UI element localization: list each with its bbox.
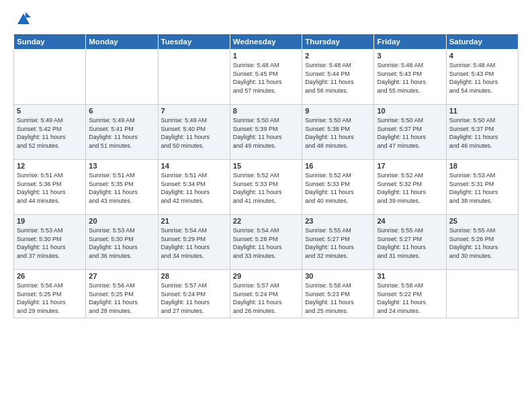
day-number: 30 (305, 272, 371, 280)
calendar-week-row: 12Sunrise: 5:51 AM Sunset: 5:36 PM Dayli… (14, 160, 519, 215)
day-number: 22 (233, 217, 299, 225)
day-number: 10 (377, 107, 443, 115)
day-number: 6 (89, 107, 154, 115)
col-header-tuesday: Tuesday (158, 34, 230, 50)
cell-info: Sunrise: 5:54 AM Sunset: 5:29 PM Dayligh… (161, 226, 227, 260)
day-number: 17 (377, 162, 443, 170)
cell-info: Sunrise: 5:52 AM Sunset: 5:33 PM Dayligh… (233, 171, 299, 205)
cell-info: Sunrise: 5:57 AM Sunset: 5:24 PM Dayligh… (161, 281, 227, 315)
day-number: 23 (305, 217, 371, 225)
calendar-cell: 2Sunrise: 5:48 AM Sunset: 5:44 PM Daylig… (302, 50, 374, 105)
logo-icon (16, 12, 31, 27)
calendar-week-row: 1Sunrise: 5:48 AM Sunset: 5:45 PM Daylig… (14, 50, 519, 105)
day-number: 3 (377, 52, 443, 60)
cell-info: Sunrise: 5:50 AM Sunset: 5:38 PM Dayligh… (305, 116, 371, 150)
calendar-cell: 29Sunrise: 5:57 AM Sunset: 5:24 PM Dayli… (230, 270, 302, 318)
cell-info: Sunrise: 5:52 AM Sunset: 5:32 PM Dayligh… (377, 171, 443, 205)
calendar-cell: 12Sunrise: 5:51 AM Sunset: 5:36 PM Dayli… (14, 160, 86, 215)
calendar-cell: 11Sunrise: 5:50 AM Sunset: 5:37 PM Dayli… (446, 105, 518, 160)
calendar-cell: 1Sunrise: 5:48 AM Sunset: 5:45 PM Daylig… (230, 50, 302, 105)
cell-info: Sunrise: 5:49 AM Sunset: 5:41 PM Dayligh… (89, 116, 154, 150)
logo (13, 12, 31, 27)
day-number: 9 (305, 107, 371, 115)
cell-info: Sunrise: 5:56 AM Sunset: 5:25 PM Dayligh… (17, 281, 83, 315)
svg-marker-1 (26, 12, 31, 17)
calendar-cell: 26Sunrise: 5:56 AM Sunset: 5:25 PM Dayli… (14, 270, 86, 318)
calendar-week-row: 5Sunrise: 5:49 AM Sunset: 5:42 PM Daylig… (14, 105, 519, 160)
day-number: 5 (17, 107, 83, 115)
calendar-cell: 25Sunrise: 5:55 AM Sunset: 5:26 PM Dayli… (446, 215, 518, 270)
cell-info: Sunrise: 5:58 AM Sunset: 5:22 PM Dayligh… (377, 281, 443, 315)
day-number: 15 (233, 162, 299, 170)
calendar-cell: 22Sunrise: 5:54 AM Sunset: 5:28 PM Dayli… (230, 215, 302, 270)
col-header-sunday: Sunday (14, 34, 86, 50)
day-number: 16 (305, 162, 371, 170)
day-number: 7 (161, 107, 227, 115)
calendar-cell: 16Sunrise: 5:52 AM Sunset: 5:33 PM Dayli… (302, 160, 374, 215)
day-number: 12 (17, 162, 83, 170)
calendar-week-row: 26Sunrise: 5:56 AM Sunset: 5:25 PM Dayli… (14, 270, 519, 318)
calendar-cell: 13Sunrise: 5:51 AM Sunset: 5:35 PM Dayli… (86, 160, 158, 215)
calendar-cell: 6Sunrise: 5:49 AM Sunset: 5:41 PM Daylig… (86, 105, 158, 160)
calendar-cell: 31Sunrise: 5:58 AM Sunset: 5:22 PM Dayli… (374, 270, 446, 318)
day-number: 18 (449, 162, 515, 170)
calendar-cell: 14Sunrise: 5:51 AM Sunset: 5:34 PM Dayli… (158, 160, 230, 215)
day-number: 25 (449, 217, 515, 225)
day-number: 4 (449, 52, 515, 60)
day-number: 24 (377, 217, 443, 225)
calendar-cell (14, 50, 86, 105)
cell-info: Sunrise: 5:56 AM Sunset: 5:25 PM Dayligh… (89, 281, 154, 315)
calendar-cell: 19Sunrise: 5:53 AM Sunset: 5:30 PM Dayli… (14, 215, 86, 270)
cell-info: Sunrise: 5:48 AM Sunset: 5:43 PM Dayligh… (449, 61, 515, 95)
cell-info: Sunrise: 5:48 AM Sunset: 5:45 PM Dayligh… (233, 61, 299, 95)
cell-info: Sunrise: 5:58 AM Sunset: 5:23 PM Dayligh… (305, 281, 371, 315)
calendar-cell: 15Sunrise: 5:52 AM Sunset: 5:33 PM Dayli… (230, 160, 302, 215)
day-number: 20 (89, 217, 154, 225)
day-number: 21 (161, 217, 227, 225)
col-header-friday: Friday (374, 34, 446, 50)
col-header-thursday: Thursday (302, 34, 374, 50)
day-number: 1 (233, 52, 299, 60)
day-number: 2 (305, 52, 371, 60)
cell-info: Sunrise: 5:53 AM Sunset: 5:31 PM Dayligh… (449, 171, 515, 205)
calendar-week-row: 19Sunrise: 5:53 AM Sunset: 5:30 PM Dayli… (14, 215, 519, 270)
calendar-cell: 3Sunrise: 5:48 AM Sunset: 5:43 PM Daylig… (374, 50, 446, 105)
page: SundayMondayTuesdayWednesdayThursdayFrid… (0, 0, 532, 411)
day-number: 11 (449, 107, 515, 115)
day-number: 8 (233, 107, 299, 115)
calendar-cell (86, 50, 158, 105)
day-number: 26 (17, 272, 83, 280)
cell-info: Sunrise: 5:52 AM Sunset: 5:33 PM Dayligh… (305, 171, 371, 205)
cell-info: Sunrise: 5:51 AM Sunset: 5:36 PM Dayligh… (17, 171, 83, 205)
calendar-cell: 30Sunrise: 5:58 AM Sunset: 5:23 PM Dayli… (302, 270, 374, 318)
cell-info: Sunrise: 5:55 AM Sunset: 5:27 PM Dayligh… (377, 226, 443, 260)
cell-info: Sunrise: 5:50 AM Sunset: 5:37 PM Dayligh… (449, 116, 515, 150)
cell-info: Sunrise: 5:53 AM Sunset: 5:30 PM Dayligh… (17, 226, 83, 260)
calendar-cell: 27Sunrise: 5:56 AM Sunset: 5:25 PM Dayli… (86, 270, 158, 318)
cell-info: Sunrise: 5:53 AM Sunset: 5:30 PM Dayligh… (89, 226, 154, 260)
cell-info: Sunrise: 5:57 AM Sunset: 5:24 PM Dayligh… (233, 281, 299, 315)
calendar-cell: 17Sunrise: 5:52 AM Sunset: 5:32 PM Dayli… (374, 160, 446, 215)
header (13, 12, 519, 27)
cell-info: Sunrise: 5:55 AM Sunset: 5:27 PM Dayligh… (305, 226, 371, 260)
calendar-cell (446, 270, 518, 318)
col-header-saturday: Saturday (446, 34, 518, 50)
cell-info: Sunrise: 5:48 AM Sunset: 5:44 PM Dayligh… (305, 61, 371, 95)
day-number: 13 (89, 162, 154, 170)
calendar-cell: 18Sunrise: 5:53 AM Sunset: 5:31 PM Dayli… (446, 160, 518, 215)
cell-info: Sunrise: 5:48 AM Sunset: 5:43 PM Dayligh… (377, 61, 443, 95)
calendar-cell: 20Sunrise: 5:53 AM Sunset: 5:30 PM Dayli… (86, 215, 158, 270)
cell-info: Sunrise: 5:50 AM Sunset: 5:39 PM Dayligh… (233, 116, 299, 150)
cell-info: Sunrise: 5:55 AM Sunset: 5:26 PM Dayligh… (449, 226, 515, 260)
calendar: SundayMondayTuesdayWednesdayThursdayFrid… (13, 34, 519, 318)
col-header-monday: Monday (86, 34, 158, 50)
day-number: 31 (377, 272, 443, 280)
cell-info: Sunrise: 5:54 AM Sunset: 5:28 PM Dayligh… (233, 226, 299, 260)
calendar-header-row: SundayMondayTuesdayWednesdayThursdayFrid… (14, 34, 519, 50)
calendar-cell (158, 50, 230, 105)
col-header-wednesday: Wednesday (230, 34, 302, 50)
day-number: 19 (17, 217, 83, 225)
calendar-cell: 9Sunrise: 5:50 AM Sunset: 5:38 PM Daylig… (302, 105, 374, 160)
calendar-cell: 4Sunrise: 5:48 AM Sunset: 5:43 PM Daylig… (446, 50, 518, 105)
cell-info: Sunrise: 5:51 AM Sunset: 5:34 PM Dayligh… (161, 171, 227, 205)
